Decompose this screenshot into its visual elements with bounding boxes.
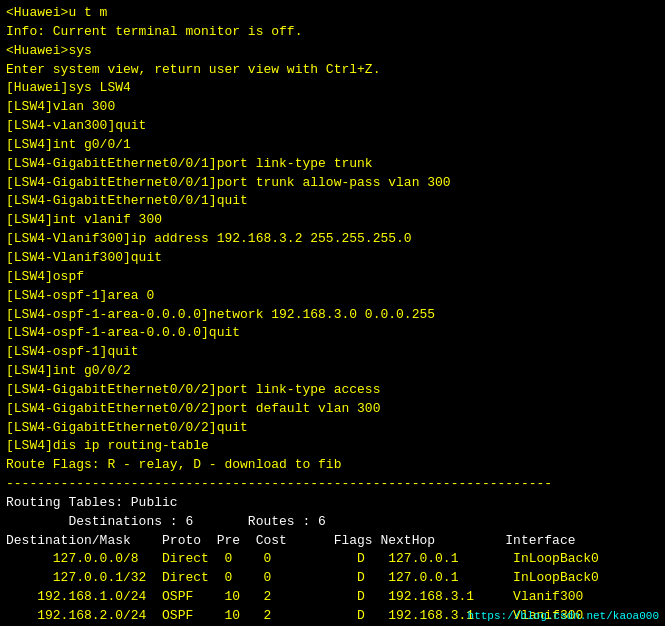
terminal-content: <Huawei>u t mInfo: Current terminal moni…	[6, 4, 659, 626]
terminal-line: [LSW4-ospf-1]area 0	[6, 287, 659, 306]
terminal-line: [LSW4-ospf-1-area-0.0.0.0]network 192.16…	[6, 306, 659, 325]
terminal-line: Enter system view, return user view with…	[6, 61, 659, 80]
terminal-line: [Huawei]sys LSW4	[6, 79, 659, 98]
watermark: https://blog.csdn.net/kaoa000	[468, 610, 659, 622]
terminal-line: [LSW4-vlan300]quit	[6, 117, 659, 136]
terminal-line: Destinations : 6 Routes : 6	[6, 513, 659, 532]
terminal-window: <Huawei>u t mInfo: Current terminal moni…	[0, 0, 665, 626]
terminal-line: [LSW4-ospf-1]quit	[6, 343, 659, 362]
terminal-line: 127.0.0.1/32 Direct 0 0 D 127.0.0.1 InLo…	[6, 569, 659, 588]
terminal-line: [LSW4]int g0/0/1	[6, 136, 659, 155]
terminal-line: [LSW4]int vlanif 300	[6, 211, 659, 230]
terminal-line: [LSW4-GigabitEthernet0/0/1]port link-typ…	[6, 155, 659, 174]
terminal-line: [LSW4]vlan 300	[6, 98, 659, 117]
terminal-line: [LSW4-GigabitEthernet0/0/2]port link-typ…	[6, 381, 659, 400]
terminal-line: [LSW4-GigabitEthernet0/0/1]quit	[6, 192, 659, 211]
terminal-line: [LSW4]dis ip routing-table	[6, 437, 659, 456]
terminal-line: Routing Tables: Public	[6, 494, 659, 513]
terminal-line: [LSW4-GigabitEthernet0/0/2]quit	[6, 419, 659, 438]
terminal-line: [LSW4]int g0/0/2	[6, 362, 659, 381]
terminal-line: Info: Current terminal monitor is off.	[6, 23, 659, 42]
terminal-line: Route Flags: R - relay, D - download to …	[6, 456, 659, 475]
terminal-line: <Huawei>u t m	[6, 4, 659, 23]
terminal-line: Destination/Mask Proto Pre Cost Flags Ne…	[6, 532, 659, 551]
terminal-line: 127.0.0.0/8 Direct 0 0 D 127.0.0.1 InLoo…	[6, 550, 659, 569]
terminal-line: [LSW4-ospf-1-area-0.0.0.0]quit	[6, 324, 659, 343]
terminal-line: 192.168.1.0/24 OSPF 10 2 D 192.168.3.1 V…	[6, 588, 659, 607]
terminal-line: [LSW4]ospf	[6, 268, 659, 287]
terminal-line: [LSW4-Vlanif300]ip address 192.168.3.2 2…	[6, 230, 659, 249]
terminal-line: [LSW4-GigabitEthernet0/0/1]port trunk al…	[6, 174, 659, 193]
terminal-line: <Huawei>sys	[6, 42, 659, 61]
terminal-line: [LSW4-Vlanif300]quit	[6, 249, 659, 268]
terminal-line: ----------------------------------------…	[6, 475, 659, 494]
terminal-line: [LSW4-GigabitEthernet0/0/2]port default …	[6, 400, 659, 419]
